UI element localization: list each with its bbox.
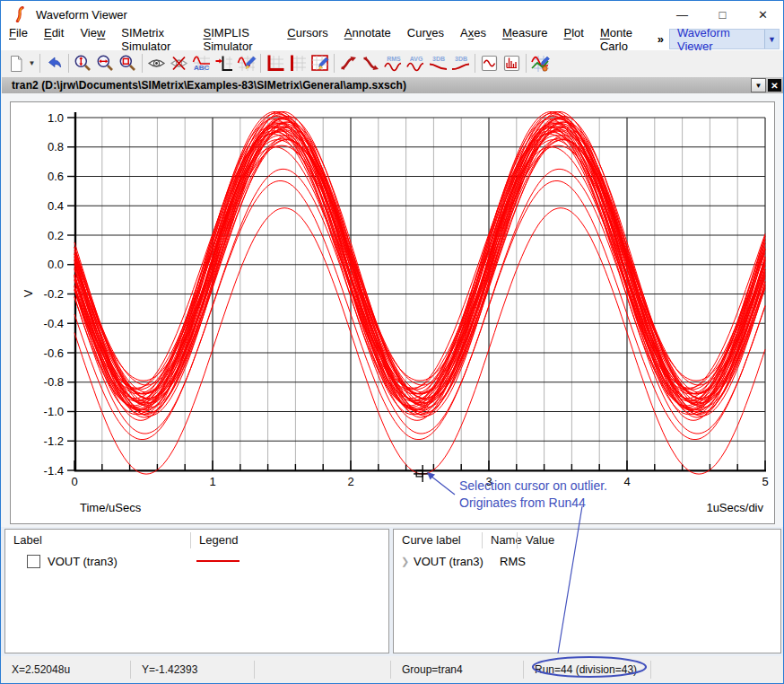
curve-label-button[interactable]: ABC	[190, 52, 213, 75]
rise-time-icon	[339, 54, 359, 73]
rms-button[interactable]: RMS	[382, 52, 405, 75]
app-logo-icon	[12, 6, 28, 22]
status-section-5	[651, 661, 784, 679]
svg-text:ABC: ABC	[194, 64, 210, 72]
maximize-button[interactable]: □	[702, 1, 743, 28]
fall-time-icon	[362, 54, 381, 73]
rms-label: RMS	[387, 56, 401, 62]
window-title: Waveform Viewer	[36, 8, 127, 22]
eye-icon	[147, 54, 166, 73]
avg-icon: AVG	[405, 54, 427, 73]
y-tick-label: 0.8	[48, 140, 64, 153]
y-tick-label: -0.4	[44, 317, 64, 330]
new-grid-icon	[266, 54, 285, 73]
y-tick-label: 1.0	[48, 111, 64, 125]
rise-time-button[interactable]	[337, 52, 360, 75]
new-graph-dropdown-icon[interactable]: ▼	[27, 52, 37, 75]
rms-icon: RMS	[383, 54, 405, 73]
db3-highpass-button[interactable]: 3DB	[449, 52, 472, 75]
zoom-rectangle-icon	[118, 54, 137, 73]
curve-visibility-checkbox[interactable]	[27, 555, 40, 568]
y-tick-label: 0.4	[48, 199, 64, 213]
measure-curve-label: VOUT (tran3)	[414, 555, 490, 568]
curve-label-text: VOUT (tran3)	[48, 555, 118, 568]
avg-button[interactable]: AVG	[405, 52, 427, 75]
x-tick-label: 5	[762, 475, 768, 488]
column-header-label: Label	[5, 532, 190, 548]
show-curve-button[interactable]	[145, 52, 168, 75]
expand-chevron-icon[interactable]: ❯	[401, 556, 410, 567]
status-section-0: X=2.52048u	[1, 661, 131, 679]
edit-graph-button[interactable]	[235, 52, 257, 75]
plot-sine-button[interactable]	[478, 52, 501, 75]
eye-off-icon	[170, 54, 188, 73]
annotation-line-1: Selection cursor on outlier.	[459, 478, 607, 493]
chart-zone: 1.00.80.60.40.20.0-0.2-0.4-0.6-0.8-1.0-1…	[1, 93, 784, 527]
zoom-full-button[interactable]	[72, 52, 94, 75]
move-to-axis-icon	[214, 54, 234, 73]
plot-area[interactable]: 1.00.80.60.40.20.0-0.2-0.4-0.6-0.8-1.0-1…	[11, 102, 774, 523]
edit-curves-icon	[530, 54, 551, 74]
lower-panel-zone: Label Legend VOUT (tran3) Curve label Na…	[1, 527, 784, 656]
status-bar: X=2.52048uY=-1.42393Group=tran4Run=44 (d…	[1, 656, 784, 683]
3db-label: 3DB	[431, 56, 444, 62]
new-graph-sheet-button[interactable]	[309, 52, 331, 75]
tab-list-dropdown-icon[interactable]: ▼	[751, 78, 766, 92]
legend-row[interactable]: VOUT (tran3)	[5, 551, 388, 571]
graph-tab-title: tran2 (D:\jrw\Documents\SIMetrix\Example…	[2, 79, 406, 92]
new-grid-button[interactable]	[264, 52, 286, 75]
y-tick-label: -1.2	[44, 434, 64, 448]
y-tick-label: -0.2	[44, 287, 64, 301]
undo-icon	[46, 55, 64, 73]
status-section-2	[255, 661, 391, 679]
minimize-button[interactable]: —	[662, 1, 702, 28]
y-tick-label: -1.0	[44, 405, 64, 418]
menu-bar: FileEditViewSIMetrix SimulatorSIMPLIS Si…	[1, 28, 783, 50]
move-curve-to-axis-button[interactable]	[213, 52, 235, 75]
legend-panel: Label Legend VOUT (tran3)	[4, 529, 389, 653]
3db-rising-icon: 3DB	[450, 54, 472, 73]
window-selector-label: Waveform Viewer	[670, 26, 764, 53]
db3-lowpass-button[interactable]: 3DB	[427, 52, 449, 75]
new-graph-button[interactable]	[4, 52, 27, 75]
fft-button[interactable]	[501, 52, 523, 75]
fft-spectrum-icon	[502, 54, 521, 73]
graph-tab-bar[interactable]: tran2 (D:\jrw\Documents\SIMetrix\Example…	[2, 77, 784, 93]
new-y-axis-icon	[288, 54, 308, 73]
measure-panel-header: Curve label Name Value	[394, 530, 780, 551]
window-selector-combo[interactable]: Waveform Viewer ▼	[669, 29, 780, 49]
zoom-box-button[interactable]	[117, 52, 139, 75]
waveform-plot-panel[interactable]: 1.00.80.60.40.20.0-0.2-0.4-0.6-0.8-1.0-1…	[10, 101, 775, 524]
undo-button[interactable]	[43, 52, 65, 75]
y-tick-label: 0.2	[48, 229, 64, 242]
edit-curves-button[interactable]	[529, 52, 552, 75]
x-axis-title: Time/uSecs	[80, 501, 142, 514]
column-header-legend: Legend	[190, 532, 388, 548]
annotation-line-2: Originates from Run44	[459, 495, 586, 510]
hide-curve-button[interactable]	[168, 52, 190, 75]
tab-close-icon[interactable]: ✕	[768, 79, 781, 92]
new-y-axis-button[interactable]	[286, 52, 309, 75]
column-header-curve-label: Curve label	[394, 532, 482, 548]
x-tick-label: 4	[623, 475, 630, 488]
zoom-x-button[interactable]	[94, 52, 117, 75]
graph-pen-icon	[237, 54, 257, 73]
toolbar: ▼	[1, 50, 783, 76]
measure-name: RMS	[500, 555, 526, 568]
avg-label: AVG	[409, 56, 422, 62]
menu-overflow-chevron-icon[interactable]: »	[652, 32, 669, 46]
y-tick-label: -0.8	[44, 375, 64, 389]
fall-time-button[interactable]	[360, 52, 382, 75]
close-button[interactable]: ✕	[743, 1, 783, 28]
y-tick-label: 0.0	[48, 258, 64, 271]
graph-sheet-pen-icon	[310, 54, 330, 73]
chevron-down-icon[interactable]: ▼	[764, 30, 779, 48]
status-section-3: Group=tran4	[391, 661, 524, 679]
3db-label: 3DB	[454, 56, 466, 62]
measure-row[interactable]: ❯ VOUT (tran3) RMS	[394, 551, 780, 571]
zoom-fit-vertical-icon	[74, 54, 92, 73]
x-tick-label: 0	[71, 475, 77, 488]
column-header-name: Name	[482, 532, 517, 548]
zoom-horizontal-icon	[96, 54, 115, 73]
y-axis-title: V	[22, 289, 35, 297]
